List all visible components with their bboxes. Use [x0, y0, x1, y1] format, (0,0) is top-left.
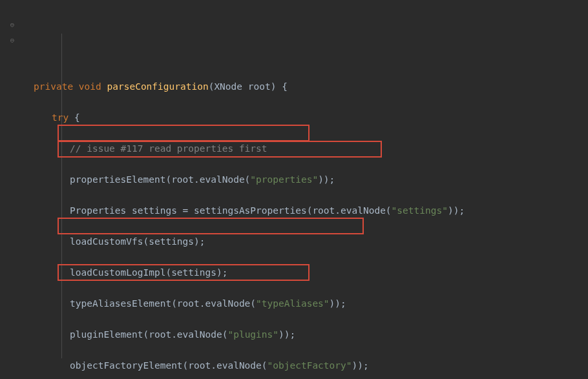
code-line: loadCustomVfs(settings); — [34, 234, 582, 249]
gutter: ⊖ ⊖ — [0, 0, 25, 379]
code-line: objectFactoryElement(root.evalNode("obje… — [34, 358, 582, 373]
code-line: propertiesElement(root.evalNode("propert… — [34, 172, 582, 187]
highlight-box — [58, 218, 364, 234]
fold-icon[interactable]: ⊖ — [0, 17, 25, 32]
code-line: try { — [34, 110, 582, 125]
code-area[interactable]: private void parseConfiguration(XNode ro… — [25, 0, 588, 379]
code-editor[interactable]: ⊖ ⊖ private void parseConfiguration(XNod… — [0, 0, 588, 379]
fold-icon[interactable]: ⊖ — [0, 32, 25, 48]
code-line: loadCustomLogImpl(settings); — [34, 265, 582, 280]
code-line: typeAliasesElement(root.evalNode("typeAl… — [34, 296, 582, 311]
code-line: // issue #117 read properties first — [34, 141, 582, 156]
code-line: Properties settings = settingsAsProperti… — [34, 203, 582, 218]
highlight-box — [58, 125, 310, 141]
code-line: private void parseConfiguration(XNode ro… — [34, 79, 582, 94]
code-line: pluginElement(root.evalNode("plugins")); — [34, 327, 582, 342]
